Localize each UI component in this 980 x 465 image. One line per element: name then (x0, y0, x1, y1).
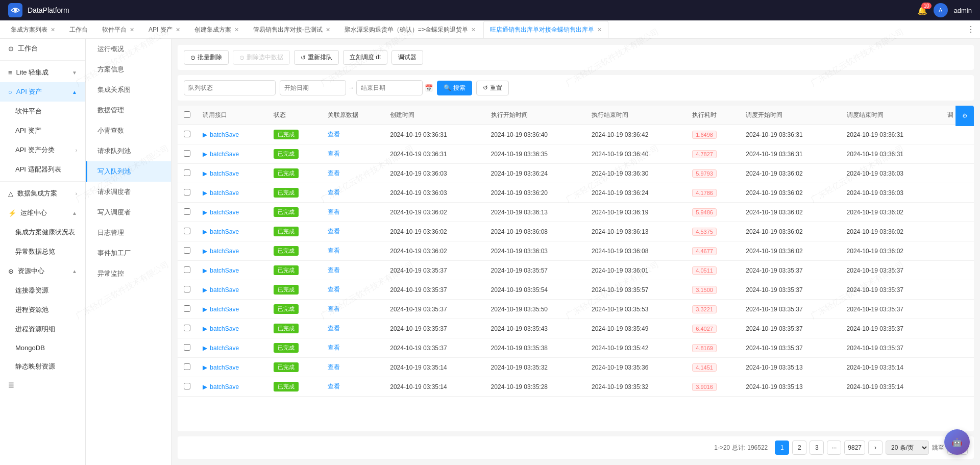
raw-data-link[interactable]: 查看 (328, 363, 340, 371)
left-panel-exception-monitor[interactable]: 异常监控 (86, 263, 171, 284)
reset-button[interactable]: ↺ 重置 (476, 81, 509, 95)
select-all-checkbox[interactable] (184, 111, 190, 118)
raw-data-link[interactable]: 查看 (328, 169, 340, 177)
tab-integration-list[interactable]: 集成方案列表 ✕ (4, 21, 62, 38)
row-checkbox[interactable] (184, 363, 190, 370)
notification-bell[interactable]: 🔔 10 (917, 6, 927, 15)
sidebar-item-process-pool[interactable]: 进程资源池 (0, 300, 85, 320)
table-settings-button[interactable]: ⚙ (955, 106, 974, 126)
sidebar-item-connector[interactable]: 连接器资源 (0, 281, 85, 300)
tab-close-icon[interactable]: ✕ (471, 27, 476, 33)
row-checkbox[interactable] (184, 325, 190, 331)
api-link[interactable]: batchSave (210, 306, 239, 313)
left-panel-request-scheduler[interactable]: 请求调度者 (86, 182, 171, 202)
sidebar-item-collapse[interactable]: ☰ (0, 376, 85, 394)
row-checkbox[interactable] (184, 131, 190, 137)
search-button[interactable]: 🔍 搜索 (437, 81, 472, 95)
left-panel-integration-diagram[interactable]: 集成关系图 (86, 80, 171, 100)
api-link[interactable]: batchSave (210, 345, 239, 352)
left-panel-run-overview[interactable]: 运行概况 (86, 39, 171, 59)
left-panel-write-queue[interactable]: 写入队列池 (86, 161, 171, 182)
sidebar-item-exception-data[interactable]: 异常数据总览 (0, 242, 85, 261)
api-link[interactable]: batchSave (210, 364, 239, 371)
page-btn-3[interactable]: 3 (810, 440, 824, 455)
sidebar-item-software-platform[interactable]: 软件平台 (0, 102, 85, 121)
page-btn-2[interactable]: 2 (792, 440, 806, 455)
tab-close-icon[interactable]: ✕ (130, 27, 134, 33)
sidebar-item-process-detail[interactable]: 进程资源明细 (0, 320, 85, 339)
row-checkbox[interactable] (184, 189, 190, 195)
tab-close-icon[interactable]: ✕ (51, 27, 55, 33)
sidebar-item-api-classification[interactable]: API 资产分类 › (0, 140, 85, 160)
row-checkbox[interactable] (184, 228, 190, 234)
tab-close-icon[interactable]: ✕ (326, 27, 330, 33)
row-checkbox[interactable] (184, 247, 190, 254)
sidebar-item-data-integration[interactable]: △ 数据集成方案 › (0, 184, 85, 203)
delete-selected-button[interactable]: ⊙ 删除选中数据 (233, 50, 290, 65)
raw-data-link[interactable]: 查看 (328, 266, 340, 274)
row-checkbox[interactable] (184, 150, 190, 157)
raw-data-link[interactable]: 查看 (328, 247, 340, 254)
batch-delete-button[interactable]: ⊙ 批量删除 (184, 50, 229, 65)
left-panel-event-factory[interactable]: 事件加工厂 (86, 243, 171, 263)
queue-status-input[interactable] (184, 80, 276, 95)
api-link[interactable]: batchSave (210, 209, 239, 216)
sidebar-item-operations[interactable]: ⚡ 运维中心 ▲ (0, 203, 85, 223)
raw-data-link[interactable]: 查看 (328, 305, 340, 312)
sidebar-item-api-adapter[interactable]: API 适配器列表 (0, 160, 85, 179)
left-panel-request-queue[interactable]: 请求队列池 (86, 141, 171, 161)
page-btn-last[interactable]: 9827 (844, 440, 865, 455)
raw-data-link[interactable]: 查看 (328, 325, 340, 332)
tab-close-icon[interactable]: ✕ (176, 27, 180, 33)
raw-data-link[interactable]: 查看 (328, 208, 340, 215)
tab-close-icon[interactable]: ✕ (234, 27, 239, 33)
api-link[interactable]: batchSave (210, 131, 239, 138)
row-checkbox[interactable] (184, 208, 190, 215)
raw-data-link[interactable]: 查看 (328, 383, 340, 390)
tab-more-icon[interactable]: ⋮ (962, 25, 980, 34)
sidebar-item-workbench[interactable]: ⊙ 工作台 (0, 39, 85, 58)
tab-close-icon[interactable]: ✕ (597, 27, 602, 33)
row-checkbox[interactable] (184, 305, 190, 312)
left-panel-xiao-qing[interactable]: 小青查数 (86, 120, 171, 141)
next-page-button[interactable]: › (868, 440, 883, 455)
debugger-button[interactable]: 调试器 (391, 50, 423, 65)
left-panel-log-mgmt[interactable]: 日志管理 (86, 223, 171, 243)
page-btn-1[interactable]: 1 (775, 440, 789, 455)
api-link[interactable]: batchSave (210, 248, 239, 255)
api-link[interactable]: batchSave (210, 189, 239, 197)
api-link[interactable]: batchSave (210, 325, 239, 332)
tab-wangdian-sales[interactable]: 旺店通销售出库单对接全蝶销售出库单 ✕ (483, 21, 608, 38)
start-date-input[interactable] (280, 80, 346, 95)
tab-software-platform[interactable]: 软件平台 ✕ (95, 21, 141, 38)
raw-data-link[interactable]: 查看 (328, 189, 340, 196)
sidebar-item-lite-integration[interactable]: ≡ Lite 轻集成 ▼ (0, 63, 85, 82)
api-link[interactable]: batchSave (210, 151, 239, 158)
sidebar-item-api-assets[interactable]: API 资产 (0, 121, 85, 140)
raw-data-link[interactable]: 查看 (328, 344, 340, 351)
row-checkbox[interactable] (184, 169, 190, 176)
sidebar-item-mongodb[interactable]: MongoDB (0, 339, 85, 357)
tab-sales-warehouse[interactable]: 管易销售出库对接-已测试 ✕ (247, 21, 337, 38)
tab-api-resources[interactable]: API 资产 ✕ (142, 21, 187, 38)
row-checkbox[interactable] (184, 266, 190, 273)
api-link[interactable]: batchSave (210, 228, 239, 235)
api-link[interactable]: batchSave (210, 267, 239, 274)
end-date-input[interactable] (356, 80, 423, 95)
sidebar-item-resource-center[interactable]: ⊕ 资源中心 ▲ (0, 261, 85, 281)
api-link[interactable]: batchSave (210, 170, 239, 177)
schedule-dt-button[interactable]: 立刻调度 dt (343, 50, 387, 65)
api-link[interactable]: batchSave (210, 383, 239, 390)
sidebar-item-integration-health[interactable]: 集成方案健康状况表 (0, 223, 85, 242)
raw-data-link[interactable]: 查看 (328, 228, 340, 235)
tab-procurement-return[interactable]: 聚水潭采购退货单（确认）=>金蝶采购退货单 ✕ (338, 21, 482, 38)
tab-workbench[interactable]: 工作台 (63, 21, 94, 38)
raw-data-link[interactable]: 查看 (328, 286, 340, 293)
row-checkbox[interactable] (184, 344, 190, 351)
sidebar-item-api-resources[interactable]: ○ API 资产 ▲ (0, 82, 85, 102)
left-panel-write-scheduler[interactable]: 写入调度者 (86, 202, 171, 223)
page-size-select[interactable]: 20 条/页 50 条/页 100 条/页 (886, 440, 929, 455)
raw-data-link[interactable]: 查看 (328, 131, 340, 138)
row-checkbox[interactable] (184, 383, 190, 389)
raw-data-link[interactable]: 查看 (328, 150, 340, 157)
